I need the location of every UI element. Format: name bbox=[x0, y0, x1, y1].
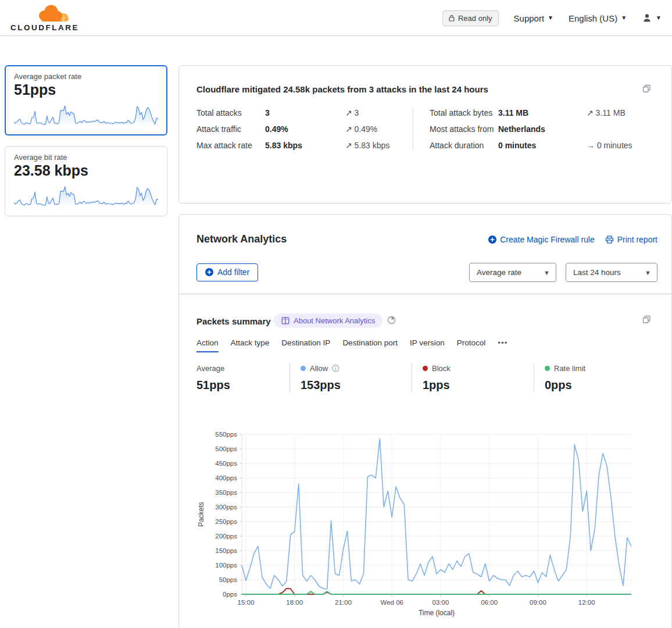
tab-attack-type[interactable]: Attack type bbox=[231, 338, 270, 352]
language-menu[interactable]: English (US) ▼ bbox=[569, 13, 627, 23]
x-tick-label: 03:00 bbox=[432, 599, 449, 606]
x-tick-label: 15:00 bbox=[238, 599, 255, 606]
metric-select[interactable]: Average rate ▼ bbox=[469, 263, 556, 282]
stat-label: Average bbox=[196, 364, 224, 373]
packets-chart-container: 0pps50pps100pps150pps200pps250pps300pps3… bbox=[196, 425, 656, 628]
y-tick-label: 450pps bbox=[215, 460, 237, 467]
block-series-line bbox=[242, 588, 631, 594]
metric-label: Average bit rate bbox=[14, 153, 158, 162]
dimension-tabs: Action Attack type Destination IP Destin… bbox=[196, 338, 507, 352]
y-tick-label: 200pps bbox=[215, 533, 237, 540]
header-controls: Read only Support ▼ English (US) ▼ ▼ bbox=[442, 0, 662, 36]
metric-card-packet-rate[interactable]: Average packet rate 51pps bbox=[5, 65, 167, 135]
sparkline-chart bbox=[14, 101, 158, 127]
language-label: English (US) bbox=[569, 13, 617, 23]
stat-value: Netherlands bbox=[498, 124, 587, 134]
stat-label: Allow bbox=[310, 364, 328, 373]
stat-value: 153pps bbox=[301, 379, 412, 392]
packets-summary-card: Packets summary About Network Analytics bbox=[178, 294, 672, 628]
top-header: CLOUDFLARE Read only Support ▼ English (… bbox=[0, 0, 672, 36]
y-tick-label: 500pps bbox=[215, 445, 237, 452]
printer-icon bbox=[605, 236, 614, 244]
stat-trend: ↗ 3.11 MB bbox=[587, 108, 654, 117]
allow-series-dot bbox=[301, 366, 306, 371]
plus-circle-icon bbox=[205, 268, 213, 276]
network-actions: Create Magic Firewall rule Print report bbox=[488, 235, 657, 244]
metric-value: 51pps bbox=[14, 81, 158, 98]
stat-trend: → 0 minutes bbox=[587, 141, 654, 150]
print-report-link[interactable]: Print report bbox=[605, 235, 657, 244]
more-tabs-button[interactable]: ••• bbox=[498, 338, 507, 352]
stat-value: 0.49% bbox=[265, 124, 345, 134]
stat-label: Block bbox=[432, 364, 451, 373]
metric-card-bit-rate[interactable]: Average bit rate 23.58 kbps bbox=[5, 146, 167, 216]
stat-value: 51pps bbox=[196, 379, 289, 392]
copy-icon[interactable] bbox=[642, 84, 651, 95]
y-tick-label: 150pps bbox=[215, 547, 237, 554]
page-title: Network Analytics bbox=[196, 233, 287, 245]
stat-allow: Allow 153pps bbox=[289, 363, 412, 392]
attack-summary-card: Cloudflare mitigated 24.58k packets from… bbox=[178, 65, 672, 204]
y-axis-label: Packets bbox=[197, 502, 205, 527]
brand-wordmark: CLOUDFLARE bbox=[10, 23, 79, 32]
stat-value: 5.83 kbps bbox=[265, 141, 345, 150]
network-analytics-card: Network Analytics Create Magic Firewall … bbox=[178, 214, 672, 294]
account-menu[interactable]: ▼ bbox=[642, 13, 662, 23]
copy-icon[interactable] bbox=[642, 315, 651, 326]
x-tick-label: 06:00 bbox=[481, 599, 498, 606]
metric-value: 23.58 kbps bbox=[14, 162, 158, 179]
y-tick-label: 250pps bbox=[215, 518, 237, 525]
metric-sidebar: Average packet rate 51pps Average bit ra… bbox=[5, 65, 167, 227]
rate-limit-series-line bbox=[242, 591, 631, 594]
create-magic-firewall-rule-link[interactable]: Create Magic Firewall rule bbox=[488, 235, 595, 244]
stat-label: Total attacks bbox=[196, 108, 265, 117]
stat-label: Attack traffic bbox=[196, 124, 265, 134]
about-network-analytics-badge[interactable]: About Network Analytics bbox=[274, 313, 383, 328]
y-tick-label: 400pps bbox=[215, 474, 237, 481]
tab-destination-ip[interactable]: Destination IP bbox=[281, 338, 330, 352]
time-range-select-value: Last 24 hours bbox=[573, 268, 621, 277]
x-tick-label: 12:00 bbox=[578, 599, 595, 606]
y-tick-label: 0pps bbox=[223, 591, 237, 598]
packets-line-chart: 0pps50pps100pps150pps200pps250pps300pps3… bbox=[196, 425, 656, 626]
stat-label: Most attacks from bbox=[430, 124, 498, 134]
tab-protocol[interactable]: Protocol bbox=[457, 338, 486, 352]
time-range-select[interactable]: Last 24 hours ▼ bbox=[566, 263, 657, 282]
metric-select-value: Average rate bbox=[477, 268, 521, 277]
stat-label: Total attack bytes bbox=[430, 108, 498, 117]
allow-series-line bbox=[242, 439, 631, 590]
x-tick-label: 18:00 bbox=[286, 599, 303, 606]
tab-destination-port[interactable]: Destination port bbox=[342, 338, 398, 352]
summary-left-group: Total attacks 3 ↗ 3 Attack traffic 0.49%… bbox=[196, 108, 413, 150]
stat-block: Block 1pps bbox=[412, 363, 534, 392]
stat-value: 1pps bbox=[423, 379, 534, 392]
tab-action[interactable]: Action bbox=[196, 338, 219, 352]
y-tick-label: 100pps bbox=[215, 562, 237, 569]
series-stats-row: Average 51pps Allow 153pps bbox=[179, 363, 671, 392]
stat-value: 3 bbox=[265, 108, 345, 117]
chevron-down-icon: ▼ bbox=[621, 15, 627, 21]
add-filter-button[interactable]: Add filter bbox=[196, 263, 258, 281]
stat-average: Average 51pps bbox=[179, 363, 289, 392]
metric-label: Average packet rate bbox=[14, 72, 158, 81]
tab-ip-version[interactable]: IP version bbox=[410, 338, 445, 352]
cloudflare-analytics-page: CLOUDFLARE Read only Support ▼ English (… bbox=[0, 0, 672, 628]
stat-rate-limit: Rate limit 0pps bbox=[534, 363, 671, 392]
stat-label: Rate limit bbox=[554, 364, 585, 373]
stat-trend: ↗ 5.83 kbps bbox=[345, 141, 413, 150]
y-tick-label: 50pps bbox=[219, 576, 238, 583]
support-menu[interactable]: Support ▼ bbox=[514, 13, 553, 23]
section-title: Packets summary bbox=[196, 316, 271, 326]
stat-trend: ↗ 3 bbox=[345, 108, 413, 117]
cloudflare-logo[interactable]: CLOUDFLARE bbox=[9, 3, 79, 33]
summary-right-group: Total attack bytes 3.11 MB ↗ 3.11 MB Mos… bbox=[413, 108, 654, 150]
block-series-dot bbox=[423, 366, 428, 371]
stat-label: Attack duration bbox=[430, 141, 498, 150]
stat-value: 0 minutes bbox=[498, 141, 587, 150]
sparkline-chart bbox=[14, 181, 158, 208]
y-tick-label: 300pps bbox=[215, 504, 237, 511]
x-tick-label: Wed 06 bbox=[381, 599, 403, 606]
info-icon[interactable] bbox=[332, 365, 339, 372]
book-icon bbox=[281, 317, 289, 324]
y-tick-label: 350pps bbox=[215, 489, 237, 496]
